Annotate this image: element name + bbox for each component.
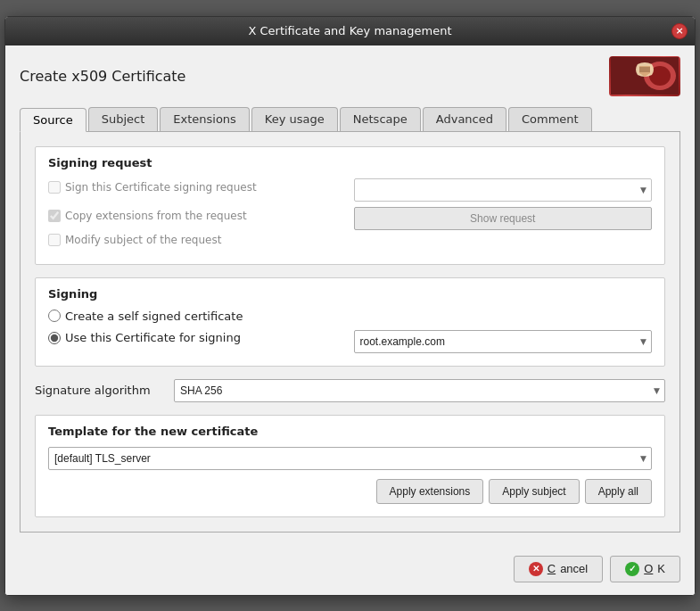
self-signed-row: Create a self signed certificate [48, 310, 652, 323]
template-actions: Apply extensions Apply subject Apply all [48, 479, 652, 504]
cert-select[interactable]: root.example.com [354, 330, 653, 353]
signature-algorithm-row: Signature algorithm SHA 256 [35, 379, 665, 402]
modify-subject-row: Modify subject of the request [48, 234, 652, 246]
apply-extensions-button[interactable]: Apply extensions [376, 479, 484, 504]
signing-request-title: Signing request [48, 156, 652, 169]
self-signed-label: Create a self signed certificate [48, 310, 652, 323]
dialog-title-text: Create x509 Certificate [20, 68, 185, 85]
template-section-title: Template for the new certificate [48, 425, 652, 438]
use-cert-label: Use this Certificate for signing [48, 331, 347, 344]
tab-bar: Source Subject Extensions Key usage Nets… [20, 107, 680, 132]
modify-subject-label: Modify subject of the request [48, 234, 652, 246]
template-section: Template for the new certificate [defaul… [35, 415, 665, 517]
cancel-icon: ✕ [529, 562, 543, 576]
ok-button[interactable]: ✓ OK [610, 556, 680, 582]
csr-select[interactable] [354, 178, 653, 202]
modify-subject-checkbox[interactable] [48, 234, 61, 246]
use-cert-radio[interactable] [48, 332, 61, 344]
template-select-wrapper: [default] TLS_server [48, 447, 652, 470]
app-logo [609, 56, 680, 96]
sig-alg-label: Signature algorithm [35, 384, 160, 397]
template-select[interactable]: [default] TLS_server [48, 447, 652, 470]
tab-netscape[interactable]: Netscape [340, 107, 421, 131]
tab-extensions[interactable]: Extensions [160, 107, 250, 131]
csr-select-wrapper [354, 178, 653, 202]
sign-checkbox-label: Sign this Certificate signing request [48, 181, 347, 194]
main-window: X Certificate and Key management × Creat… [4, 16, 696, 596]
tab-comment[interactable]: Comment [508, 107, 592, 131]
ok-icon: ✓ [625, 562, 639, 576]
cert-select-wrapper: root.example.com [354, 330, 653, 353]
tab-source[interactable]: Source [20, 108, 86, 132]
sig-alg-select-wrapper: SHA 256 [174, 379, 665, 402]
window-title: X Certificate and Key management [248, 24, 451, 37]
signing-section-title: Signing [48, 287, 652, 301]
cancel-button[interactable]: ✕ Cancel [514, 556, 603, 582]
dialog-buttons: ✕ Cancel ✓ OK [5, 547, 695, 595]
self-signed-radio[interactable] [48, 310, 61, 322]
apply-all-button[interactable]: Apply all [585, 479, 652, 504]
copy-ext-label: Copy extensions from the request [48, 210, 347, 222]
source-panel: Signing request Sign this Certificate si… [20, 132, 680, 533]
titlebar: X Certificate and Key management × [5, 17, 695, 45]
sign-checkbox[interactable] [48, 181, 61, 194]
dialog-header: Create x509 Certificate [20, 56, 680, 96]
apply-subject-button[interactable]: Apply subject [489, 479, 579, 504]
tab-key-usage[interactable]: Key usage [251, 107, 338, 131]
tab-subject[interactable]: Subject [88, 107, 159, 131]
sign-request-row: Sign this Certificate signing request [48, 178, 652, 202]
show-request-button[interactable]: Show request [354, 207, 653, 230]
dialog-content: Create x509 Certificate Source Subject E… [5, 45, 695, 547]
sig-alg-select[interactable]: SHA 256 [174, 379, 665, 402]
copy-ext-row: Copy extensions from the request Show re… [48, 207, 652, 230]
copy-extensions-checkbox[interactable] [48, 210, 61, 222]
close-button[interactable]: × [671, 23, 688, 39]
use-cert-row: Use this Certificate for signing root.ex… [48, 330, 652, 353]
signing-section: Signing Create a self signed certificate [35, 277, 665, 367]
signing-request-section: Signing request Sign this Certificate si… [35, 146, 665, 265]
tab-advanced[interactable]: Advanced [423, 107, 506, 131]
